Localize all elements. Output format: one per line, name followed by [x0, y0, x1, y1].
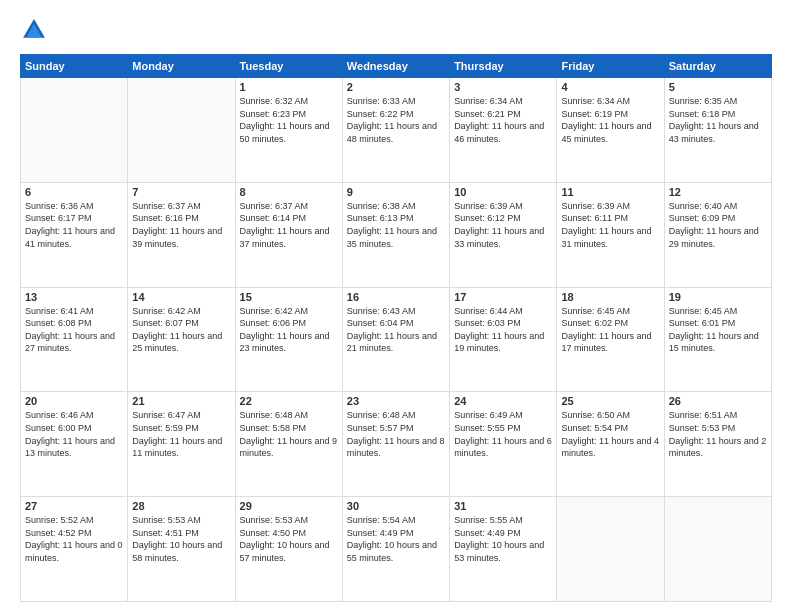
calendar-cell: 20Sunrise: 6:46 AM Sunset: 6:00 PM Dayli…: [21, 392, 128, 497]
cell-info: Sunrise: 6:39 AM Sunset: 6:11 PM Dayligh…: [561, 200, 659, 250]
weekday-header-saturday: Saturday: [664, 55, 771, 78]
day-number: 31: [454, 500, 552, 512]
calendar-cell: 13Sunrise: 6:41 AM Sunset: 6:08 PM Dayli…: [21, 287, 128, 392]
cell-info: Sunrise: 6:39 AM Sunset: 6:12 PM Dayligh…: [454, 200, 552, 250]
calendar-cell: 23Sunrise: 6:48 AM Sunset: 5:57 PM Dayli…: [342, 392, 449, 497]
calendar-cell: 21Sunrise: 6:47 AM Sunset: 5:59 PM Dayli…: [128, 392, 235, 497]
cell-info: Sunrise: 6:40 AM Sunset: 6:09 PM Dayligh…: [669, 200, 767, 250]
cell-info: Sunrise: 5:52 AM Sunset: 4:52 PM Dayligh…: [25, 514, 123, 564]
weekday-header-monday: Monday: [128, 55, 235, 78]
calendar-cell: [128, 78, 235, 183]
calendar-cell: 29Sunrise: 5:53 AM Sunset: 4:50 PM Dayli…: [235, 497, 342, 602]
day-number: 23: [347, 395, 445, 407]
day-number: 27: [25, 500, 123, 512]
cell-info: Sunrise: 6:42 AM Sunset: 6:06 PM Dayligh…: [240, 305, 338, 355]
day-number: 18: [561, 291, 659, 303]
calendar-cell: 30Sunrise: 5:54 AM Sunset: 4:49 PM Dayli…: [342, 497, 449, 602]
calendar-cell: 1Sunrise: 6:32 AM Sunset: 6:23 PM Daylig…: [235, 78, 342, 183]
day-number: 8: [240, 186, 338, 198]
day-number: 19: [669, 291, 767, 303]
weekday-header-sunday: Sunday: [21, 55, 128, 78]
header: [20, 16, 772, 44]
calendar-cell: 24Sunrise: 6:49 AM Sunset: 5:55 PM Dayli…: [450, 392, 557, 497]
day-number: 25: [561, 395, 659, 407]
calendar-cell: 18Sunrise: 6:45 AM Sunset: 6:02 PM Dayli…: [557, 287, 664, 392]
calendar-cell: 7Sunrise: 6:37 AM Sunset: 6:16 PM Daylig…: [128, 182, 235, 287]
day-number: 13: [25, 291, 123, 303]
day-number: 10: [454, 186, 552, 198]
cell-info: Sunrise: 6:48 AM Sunset: 5:58 PM Dayligh…: [240, 409, 338, 459]
week-row-0: 1Sunrise: 6:32 AM Sunset: 6:23 PM Daylig…: [21, 78, 772, 183]
logo: [20, 16, 52, 44]
calendar-cell: 8Sunrise: 6:37 AM Sunset: 6:14 PM Daylig…: [235, 182, 342, 287]
calendar-cell: 2Sunrise: 6:33 AM Sunset: 6:22 PM Daylig…: [342, 78, 449, 183]
cell-info: Sunrise: 6:49 AM Sunset: 5:55 PM Dayligh…: [454, 409, 552, 459]
calendar-cell: [21, 78, 128, 183]
day-number: 28: [132, 500, 230, 512]
day-number: 14: [132, 291, 230, 303]
cell-info: Sunrise: 6:42 AM Sunset: 6:07 PM Dayligh…: [132, 305, 230, 355]
cell-info: Sunrise: 6:51 AM Sunset: 5:53 PM Dayligh…: [669, 409, 767, 459]
calendar-cell: 10Sunrise: 6:39 AM Sunset: 6:12 PM Dayli…: [450, 182, 557, 287]
weekday-header-thursday: Thursday: [450, 55, 557, 78]
day-number: 24: [454, 395, 552, 407]
day-number: 22: [240, 395, 338, 407]
cell-info: Sunrise: 5:53 AM Sunset: 4:51 PM Dayligh…: [132, 514, 230, 564]
day-number: 7: [132, 186, 230, 198]
cell-info: Sunrise: 6:45 AM Sunset: 6:01 PM Dayligh…: [669, 305, 767, 355]
day-number: 1: [240, 81, 338, 93]
calendar-cell: 4Sunrise: 6:34 AM Sunset: 6:19 PM Daylig…: [557, 78, 664, 183]
cell-info: Sunrise: 6:36 AM Sunset: 6:17 PM Dayligh…: [25, 200, 123, 250]
calendar-cell: 9Sunrise: 6:38 AM Sunset: 6:13 PM Daylig…: [342, 182, 449, 287]
cell-info: Sunrise: 6:32 AM Sunset: 6:23 PM Dayligh…: [240, 95, 338, 145]
day-number: 15: [240, 291, 338, 303]
day-number: 29: [240, 500, 338, 512]
calendar-cell: 25Sunrise: 6:50 AM Sunset: 5:54 PM Dayli…: [557, 392, 664, 497]
cell-info: Sunrise: 6:45 AM Sunset: 6:02 PM Dayligh…: [561, 305, 659, 355]
calendar-cell: 5Sunrise: 6:35 AM Sunset: 6:18 PM Daylig…: [664, 78, 771, 183]
calendar-cell: 22Sunrise: 6:48 AM Sunset: 5:58 PM Dayli…: [235, 392, 342, 497]
week-row-1: 6Sunrise: 6:36 AM Sunset: 6:17 PM Daylig…: [21, 182, 772, 287]
weekday-header-tuesday: Tuesday: [235, 55, 342, 78]
weekday-header-wednesday: Wednesday: [342, 55, 449, 78]
logo-icon: [20, 16, 48, 44]
day-number: 16: [347, 291, 445, 303]
day-number: 11: [561, 186, 659, 198]
cell-info: Sunrise: 6:34 AM Sunset: 6:19 PM Dayligh…: [561, 95, 659, 145]
day-number: 12: [669, 186, 767, 198]
day-number: 21: [132, 395, 230, 407]
cell-info: Sunrise: 6:35 AM Sunset: 6:18 PM Dayligh…: [669, 95, 767, 145]
cell-info: Sunrise: 6:48 AM Sunset: 5:57 PM Dayligh…: [347, 409, 445, 459]
calendar-cell: 17Sunrise: 6:44 AM Sunset: 6:03 PM Dayli…: [450, 287, 557, 392]
week-row-2: 13Sunrise: 6:41 AM Sunset: 6:08 PM Dayli…: [21, 287, 772, 392]
cell-info: Sunrise: 6:47 AM Sunset: 5:59 PM Dayligh…: [132, 409, 230, 459]
cell-info: Sunrise: 6:46 AM Sunset: 6:00 PM Dayligh…: [25, 409, 123, 459]
day-number: 26: [669, 395, 767, 407]
calendar-cell: 12Sunrise: 6:40 AM Sunset: 6:09 PM Dayli…: [664, 182, 771, 287]
cell-info: Sunrise: 6:38 AM Sunset: 6:13 PM Dayligh…: [347, 200, 445, 250]
cell-info: Sunrise: 6:37 AM Sunset: 6:16 PM Dayligh…: [132, 200, 230, 250]
cell-info: Sunrise: 5:54 AM Sunset: 4:49 PM Dayligh…: [347, 514, 445, 564]
day-number: 6: [25, 186, 123, 198]
day-number: 5: [669, 81, 767, 93]
calendar-table: SundayMondayTuesdayWednesdayThursdayFrid…: [20, 54, 772, 602]
calendar-cell: 27Sunrise: 5:52 AM Sunset: 4:52 PM Dayli…: [21, 497, 128, 602]
cell-info: Sunrise: 6:43 AM Sunset: 6:04 PM Dayligh…: [347, 305, 445, 355]
page: SundayMondayTuesdayWednesdayThursdayFrid…: [0, 0, 792, 612]
day-number: 30: [347, 500, 445, 512]
calendar-cell: [664, 497, 771, 602]
calendar-cell: 28Sunrise: 5:53 AM Sunset: 4:51 PM Dayli…: [128, 497, 235, 602]
cell-info: Sunrise: 6:33 AM Sunset: 6:22 PM Dayligh…: [347, 95, 445, 145]
weekday-header-row: SundayMondayTuesdayWednesdayThursdayFrid…: [21, 55, 772, 78]
calendar-cell: 14Sunrise: 6:42 AM Sunset: 6:07 PM Dayli…: [128, 287, 235, 392]
day-number: 17: [454, 291, 552, 303]
calendar-cell: 15Sunrise: 6:42 AM Sunset: 6:06 PM Dayli…: [235, 287, 342, 392]
calendar-cell: 19Sunrise: 6:45 AM Sunset: 6:01 PM Dayli…: [664, 287, 771, 392]
calendar-cell: 6Sunrise: 6:36 AM Sunset: 6:17 PM Daylig…: [21, 182, 128, 287]
calendar-cell: 31Sunrise: 5:55 AM Sunset: 4:49 PM Dayli…: [450, 497, 557, 602]
day-number: 2: [347, 81, 445, 93]
day-number: 20: [25, 395, 123, 407]
cell-info: Sunrise: 6:50 AM Sunset: 5:54 PM Dayligh…: [561, 409, 659, 459]
week-row-4: 27Sunrise: 5:52 AM Sunset: 4:52 PM Dayli…: [21, 497, 772, 602]
calendar-cell: 16Sunrise: 6:43 AM Sunset: 6:04 PM Dayli…: [342, 287, 449, 392]
